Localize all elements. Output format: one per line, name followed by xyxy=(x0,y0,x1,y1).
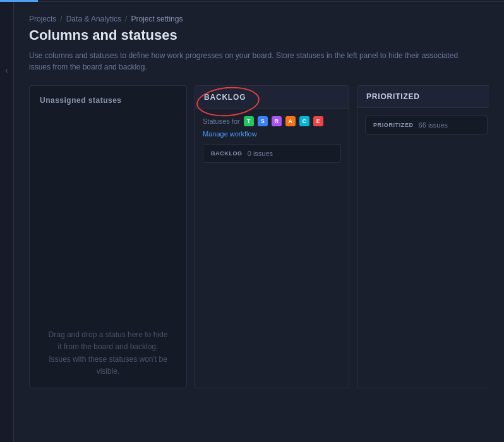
page-title: Columns and statuses xyxy=(29,27,489,44)
statuses-label: Statuses for xyxy=(203,117,240,125)
sidebar-strip: ‹ xyxy=(0,2,14,442)
status-dot-2: S xyxy=(258,116,268,126)
manage-workflow-link[interactable]: Manage workflow xyxy=(203,130,257,138)
status-dot-6: E xyxy=(313,116,323,126)
column-backlog-title: BACKLOG xyxy=(204,93,246,102)
breadcrumb-projects[interactable]: Projects xyxy=(29,15,56,23)
status-dot-1: T xyxy=(244,116,254,126)
columns-container: Unassigned statuses Drag and drop a stat… xyxy=(29,85,489,388)
breadcrumb-data-analytics[interactable]: Data & Analytics xyxy=(66,15,121,23)
status-dot-4: A xyxy=(285,116,296,126)
column-prioritized-title: PRIORITIZED xyxy=(366,92,420,101)
column-backlog: BACKLOG Statuses for T S R A C E Manage … xyxy=(195,85,349,388)
status-dot-3: R xyxy=(272,116,282,126)
column-backlog-header: BACKLOG xyxy=(195,86,349,109)
column-backlog-body: Statuses for T S R A C E Manage workflow… xyxy=(195,109,349,388)
column-prioritized: PRIORITIZED PRIORITIZED 66 issues xyxy=(357,85,489,388)
breadcrumb: Projects / Data & Analytics / Project se… xyxy=(29,15,489,23)
prioritized-issue-label: PRIORITIZED xyxy=(373,122,414,128)
prioritized-issue-card: PRIORITIZED 66 issues xyxy=(365,116,488,134)
backlog-header-wrapper: BACKLOG xyxy=(204,92,246,102)
breadcrumb-sep-1: / xyxy=(60,15,62,23)
page-description: Use columns and statuses to define how w… xyxy=(29,50,459,73)
breadcrumb-project-settings[interactable]: Project settings xyxy=(131,15,183,23)
backlog-issue-count: 0 issues xyxy=(248,150,273,157)
column-prioritized-body: PRIORITIZED 66 issues xyxy=(357,108,489,388)
sidebar-collapse-icon[interactable]: ‹ xyxy=(5,65,8,75)
statuses-row: Statuses for T S R A C E Manage workflow xyxy=(203,116,341,138)
unassigned-panel: Unassigned statuses Drag and drop a stat… xyxy=(29,85,187,388)
column-prioritized-header: PRIORITIZED xyxy=(357,86,489,108)
unassigned-title: Unassigned statuses xyxy=(40,96,176,105)
status-dot-5: C xyxy=(299,116,309,126)
backlog-issue-card: BACKLOG 0 issues xyxy=(203,144,341,163)
unassigned-drop-hint: Drag and drop a status here to hide it f… xyxy=(40,329,176,378)
breadcrumb-sep-2: / xyxy=(125,15,127,23)
prioritized-issue-count: 66 issues xyxy=(419,121,448,129)
main-content: Projects / Data & Analytics / Project se… xyxy=(14,2,504,442)
backlog-issue-label: BACKLOG xyxy=(211,150,243,157)
